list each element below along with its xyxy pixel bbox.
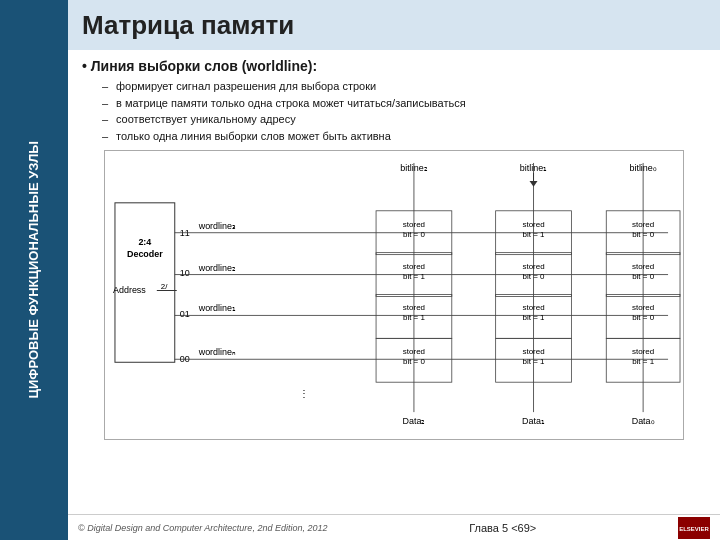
- svg-text:bitline₂: bitline₂: [400, 163, 427, 173]
- svg-text:bit = 0: bit = 0: [632, 272, 654, 281]
- list-item: в матрице памяти только одна строка може…: [102, 95, 706, 112]
- title-bar: Матрица памяти: [68, 0, 720, 50]
- svg-text:stored: stored: [403, 262, 425, 271]
- svg-text:wordline₃: wordline₃: [198, 221, 236, 231]
- svg-text:stored: stored: [403, 347, 425, 356]
- svg-text:bitline₀: bitline₀: [629, 163, 656, 173]
- svg-text:01: 01: [180, 309, 190, 319]
- svg-text:stored: stored: [403, 303, 425, 312]
- memory-matrix-diagram: 2:4 Decoder Address 2/ 11 10 01 00: [104, 150, 684, 440]
- svg-text:bit = 0: bit = 0: [632, 313, 654, 322]
- bullet-title: Линия выборки слов (worldline):: [82, 58, 706, 74]
- footer-chapter: Глава 5 <69>: [469, 522, 536, 534]
- svg-text:bit = 1: bit = 1: [632, 357, 654, 366]
- svg-text:Data₀: Data₀: [632, 416, 655, 426]
- elsevier-logo: ELSEVIER: [678, 517, 710, 539]
- svg-text:ELSEVIER: ELSEVIER: [679, 526, 709, 532]
- sub-list: формирует сигнал разрешения для выбора с…: [102, 78, 706, 144]
- svg-text:bit = 0: bit = 0: [523, 272, 545, 281]
- svg-text:bit = 0: bit = 0: [632, 230, 654, 239]
- main-content: Матрица памяти Линия выборки слов (world…: [68, 0, 720, 540]
- svg-text:stored: stored: [403, 220, 425, 229]
- content-area: Линия выборки слов (worldline): формируе…: [68, 50, 720, 444]
- svg-text:bit = 0: bit = 0: [403, 357, 425, 366]
- svg-text:Decoder: Decoder: [127, 249, 163, 259]
- svg-text:2:4: 2:4: [138, 237, 151, 247]
- diagram-wrapper: 2:4 Decoder Address 2/ 11 10 01 00: [82, 150, 706, 440]
- svg-text:bit = 1: bit = 1: [403, 272, 425, 281]
- list-item: соответствует уникальному адресу: [102, 111, 706, 128]
- svg-text:bit = 1: bit = 1: [523, 230, 545, 239]
- svg-text:stored: stored: [522, 262, 544, 271]
- page-title: Матрица памяти: [82, 10, 294, 41]
- footer-copyright: © Digital Design and Computer Architectu…: [78, 523, 327, 533]
- sidebar: ЦИФРОВЫЕ ФУНКЦИОНАЛЬНЫЕ УЗЛЫ: [0, 0, 68, 540]
- svg-text:stored: stored: [632, 347, 654, 356]
- svg-text:⋮: ⋮: [299, 388, 309, 399]
- diagram-svg: 2:4 Decoder Address 2/ 11 10 01 00: [105, 151, 683, 439]
- svg-text:wordlineₙ: wordlineₙ: [198, 347, 236, 357]
- svg-text:stored: stored: [632, 220, 654, 229]
- list-item: формирует сигнал разрешения для выбора с…: [102, 78, 706, 95]
- sidebar-text: ЦИФРОВЫЕ ФУНКЦИОНАЛЬНЫЕ УЗЛЫ: [26, 141, 42, 398]
- svg-text:bit = 1: bit = 1: [403, 313, 425, 322]
- svg-text:bit = 1: bit = 1: [523, 313, 545, 322]
- svg-text:stored: stored: [632, 303, 654, 312]
- footer: © Digital Design and Computer Architectu…: [68, 514, 720, 540]
- svg-text:10: 10: [180, 268, 190, 278]
- svg-text:stored: stored: [522, 347, 544, 356]
- svg-text:stored: stored: [522, 220, 544, 229]
- list-item: только одна линия выборки слов может быт…: [102, 128, 706, 145]
- svg-text:bit = 0: bit = 0: [403, 230, 425, 239]
- svg-text:Address: Address: [113, 285, 146, 295]
- svg-text:bit = 1: bit = 1: [523, 357, 545, 366]
- svg-text:wordline₁: wordline₁: [198, 303, 236, 313]
- svg-text:stored: stored: [632, 262, 654, 271]
- svg-text:stored: stored: [522, 303, 544, 312]
- svg-text:Data₂: Data₂: [402, 416, 425, 426]
- svg-marker-25: [530, 181, 538, 187]
- svg-text:2/: 2/: [161, 282, 168, 291]
- svg-text:bitline₁: bitline₁: [520, 163, 547, 173]
- svg-text:wordline₂: wordline₂: [198, 263, 236, 273]
- svg-text:Data₁: Data₁: [522, 416, 545, 426]
